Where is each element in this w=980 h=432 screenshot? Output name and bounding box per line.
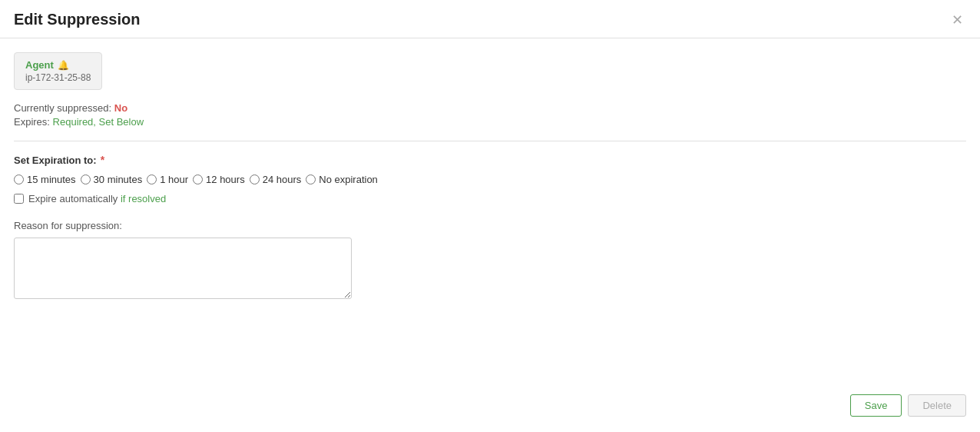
radio-24hr[interactable] xyxy=(250,174,260,184)
reason-textarea[interactable] xyxy=(14,238,352,299)
label-30min: 30 minutes xyxy=(94,174,143,185)
delete-button[interactable]: Delete xyxy=(908,394,966,417)
suppressed-label: Currently suppressed: xyxy=(14,102,111,114)
option-24hr[interactable]: 24 hours xyxy=(250,174,302,185)
auto-expire-checkbox[interactable] xyxy=(14,194,24,204)
radio-15min[interactable] xyxy=(14,174,24,184)
expires-label: Expires: xyxy=(14,116,50,128)
radio-30min[interactable] xyxy=(81,174,91,184)
label-12hr: 12 hours xyxy=(206,174,245,185)
dialog-footer: Save Delete xyxy=(850,394,966,417)
expiration-radio-group: 15 minutes 30 minutes 1 hour 12 hours xyxy=(14,174,966,185)
suppressed-value: No xyxy=(114,102,127,114)
info-section: Currently suppressed: No Expires: Requir… xyxy=(14,102,966,141)
agent-label: Agent xyxy=(25,59,54,71)
expiration-label-text: Set Expiration to: xyxy=(14,155,97,166)
required-star: * xyxy=(101,154,104,166)
radio-no-expiration[interactable] xyxy=(306,174,316,184)
agent-name-row: Agent 🔔 xyxy=(25,59,91,71)
agent-card: Agent 🔔 ip-172-31-25-88 xyxy=(14,52,102,90)
label-24hr: 24 hours xyxy=(263,174,302,185)
expires-value: Required, Set Below xyxy=(53,116,144,128)
expiration-label: Set Expiration to: * xyxy=(14,154,966,166)
suppressed-line: Currently suppressed: No xyxy=(14,102,966,114)
label-no-expiration: No expiration xyxy=(319,174,378,185)
auto-expire-label-start: Expire automatically xyxy=(28,193,121,204)
option-30min[interactable]: 30 minutes xyxy=(81,174,143,185)
reason-section: Reason for suppression: xyxy=(14,220,966,301)
reason-label: Reason for suppression: xyxy=(14,220,966,231)
save-button[interactable]: Save xyxy=(850,394,902,417)
dialog-header: Edit Suppression ✕ xyxy=(0,0,980,38)
auto-expire-label[interactable]: Expire automatically if resolved xyxy=(28,193,166,204)
option-12hr[interactable]: 12 hours xyxy=(193,174,245,185)
label-15min: 15 minutes xyxy=(27,174,76,185)
radio-12hr[interactable] xyxy=(193,174,203,184)
option-1hr[interactable]: 1 hour xyxy=(147,174,188,185)
dialog-title: Edit Suppression xyxy=(14,11,140,28)
edit-suppression-dialog: Edit Suppression ✕ Agent 🔔 ip-172-31-25-… xyxy=(0,0,980,432)
auto-expire-label-highlight: if resolved xyxy=(121,193,166,204)
label-1hr: 1 hour xyxy=(160,174,188,185)
option-no-expiration[interactable]: No expiration xyxy=(306,174,378,185)
close-button[interactable]: ✕ xyxy=(949,12,966,28)
bell-icon: 🔔 xyxy=(58,60,69,71)
expires-line: Expires: Required, Set Below xyxy=(14,116,966,128)
dialog-body: Agent 🔔 ip-172-31-25-88 Currently suppre… xyxy=(0,38,980,311)
option-15min[interactable]: 15 minutes xyxy=(14,174,76,185)
agent-ip: ip-172-31-25-88 xyxy=(25,72,91,83)
radio-1hr[interactable] xyxy=(147,174,157,184)
auto-expire-row: Expire automatically if resolved xyxy=(14,193,966,204)
delete-label: Delete xyxy=(922,400,952,411)
expiration-section: Set Expiration to: * 15 minutes 30 minut… xyxy=(14,154,966,204)
